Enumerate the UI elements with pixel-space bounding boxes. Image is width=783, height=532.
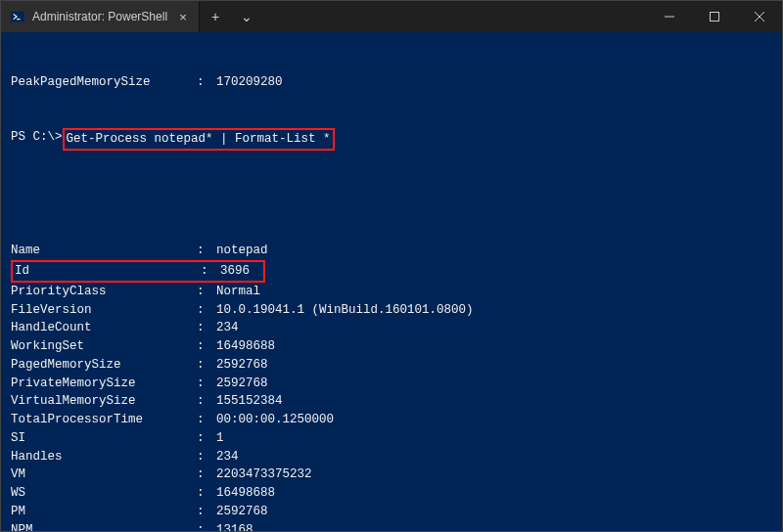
colon: : — [201, 262, 220, 281]
command-text: Get-Process notepad* — [67, 132, 213, 146]
blank-line — [11, 187, 772, 205]
maximize-button[interactable] — [692, 1, 737, 32]
property-label: TotalProcessorTime — [11, 411, 197, 429]
property-row: WS: 16498688 — [11, 484, 772, 503]
colon: : — [197, 521, 216, 532]
svg-rect-3 — [711, 13, 719, 22]
property-row: PrivateMemorySize: 2592768 — [11, 375, 772, 393]
titlebar: Administrator: PowerShell × + ⌄ — [1, 1, 782, 32]
property-value: 2203473375232 — [216, 466, 312, 484]
powershell-icon — [11, 10, 24, 23]
property-value: Normal — [216, 283, 260, 301]
colon: : — [197, 429, 216, 448]
property-row: HandleCount: 234 — [11, 319, 772, 337]
colon: : — [197, 448, 216, 466]
pipe-operator: | — [213, 132, 236, 146]
property-row: Id: 3696 — [11, 260, 772, 283]
property-value: 3696 — [220, 262, 250, 281]
colon: : — [197, 242, 216, 260]
property-label: PeakPagedMemorySize — [11, 73, 197, 92]
property-list: Name: notepadId: 3696PriorityClass: Norm… — [11, 242, 772, 531]
property-value: 2592768 — [216, 375, 268, 393]
tab-dropdown-button[interactable]: ⌄ — [231, 1, 262, 32]
terminal-content[interactable]: PeakPagedMemorySize: 170209280 PS C:\>Ge… — [1, 32, 782, 531]
property-label: PriorityClass — [11, 283, 197, 301]
property-row: SI: 1 — [11, 429, 772, 448]
command-text: Format-List * — [235, 132, 331, 146]
property-label: Name — [11, 242, 197, 260]
property-value: 234 — [216, 448, 239, 466]
colon: : — [197, 301, 216, 320]
property-row: Handles: 234 — [11, 448, 772, 466]
property-value: 170209280 — [216, 73, 283, 92]
property-value: 2592768 — [216, 356, 268, 375]
minimize-button[interactable] — [647, 1, 692, 32]
property-label: PrivateMemorySize — [11, 375, 197, 393]
property-value: 2592768 — [216, 503, 268, 521]
property-label: PagedMemorySize — [11, 356, 197, 375]
property-value: 234 — [216, 319, 239, 337]
property-label: Id — [15, 262, 201, 281]
titlebar-drag-area[interactable] — [262, 1, 647, 32]
property-value: 1 — [216, 429, 224, 448]
colon: : — [197, 411, 216, 429]
output-line: PeakPagedMemorySize: 170209280 — [11, 73, 772, 92]
colon: : — [197, 466, 216, 484]
tab-powershell[interactable]: Administrator: PowerShell × — [1, 1, 200, 32]
highlight-box: Id: 3696 — [11, 260, 265, 283]
terminal-window: Administrator: PowerShell × + ⌄ PeakPage… — [0, 0, 783, 532]
property-label: FileVersion — [11, 301, 197, 320]
colon: : — [197, 356, 216, 375]
property-row: TotalProcessorTime: 00:00:00.1250000 — [11, 411, 772, 429]
colon: : — [197, 375, 216, 393]
property-row: PagedMemorySize: 2592768 — [11, 356, 772, 375]
property-row: PM: 2592768 — [11, 503, 772, 521]
property-row: Name: notepad — [11, 242, 772, 260]
property-row: WorkingSet: 16498688 — [11, 337, 772, 356]
property-value: notepad — [216, 242, 268, 260]
property-label: WS — [11, 484, 197, 503]
colon: : — [197, 319, 216, 337]
tab-close-button[interactable]: × — [175, 9, 191, 24]
prompt-line: PS C:\>Get-Process notepad* | Format-Lis… — [11, 128, 772, 151]
property-value: 00:00:00.1250000 — [216, 411, 334, 429]
property-row: NPM: 13168 — [11, 521, 772, 532]
property-value: 155152384 — [216, 392, 283, 411]
property-label: VirtualMemorySize — [11, 392, 197, 411]
property-value: 10.0.19041.1 (WinBuild.160101.0800) — [216, 301, 474, 320]
colon: : — [197, 337, 216, 356]
colon: : — [197, 392, 216, 411]
ps-prompt: PS C:\> — [11, 128, 63, 151]
property-label: NPM — [11, 521, 197, 532]
colon: : — [197, 484, 216, 503]
property-row: VM: 2203473375232 — [11, 466, 772, 484]
property-value: 13168 — [216, 521, 253, 532]
property-label: SI — [11, 429, 197, 448]
colon: : — [197, 283, 216, 301]
property-label: PM — [11, 503, 197, 521]
property-label: HandleCount — [11, 319, 197, 337]
tab-title: Administrator: PowerShell — [32, 10, 167, 23]
property-value: 16498688 — [216, 337, 275, 356]
command-highlight: Get-Process notepad* | Format-List * — [63, 128, 335, 151]
property-row: VirtualMemorySize: 155152384 — [11, 392, 772, 411]
new-tab-button[interactable]: + — [200, 1, 231, 32]
property-label: Handles — [11, 448, 197, 466]
property-row: PriorityClass: Normal — [11, 283, 772, 301]
colon: : — [197, 73, 216, 92]
colon: : — [197, 503, 216, 521]
property-label: VM — [11, 466, 197, 484]
property-row: FileVersion: 10.0.19041.1 (WinBuild.1601… — [11, 301, 772, 320]
property-value: 16498688 — [216, 484, 275, 503]
close-window-button[interactable] — [737, 1, 782, 32]
property-label: WorkingSet — [11, 337, 197, 356]
